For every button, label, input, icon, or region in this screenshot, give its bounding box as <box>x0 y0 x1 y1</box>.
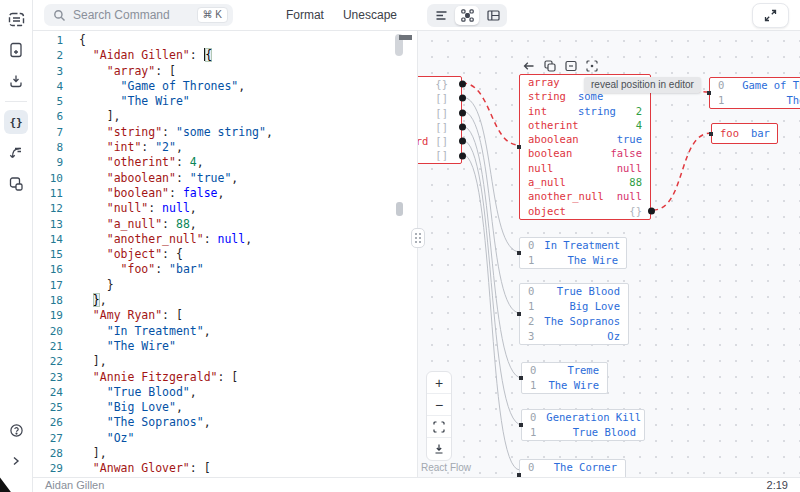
collapse-node-icon[interactable] <box>564 59 577 72</box>
code-line[interactable]: 25 "Big Love", <box>33 400 417 415</box>
aidan-array-node[interactable]: 0Game of Thrones1The Wire <box>709 77 800 109</box>
edge-handle[interactable] <box>459 95 466 102</box>
node-row[interactable]: [] <box>418 120 461 134</box>
node-row[interactable]: 3Oz <box>520 329 628 344</box>
node-row[interactable]: rd[] <box>418 134 461 148</box>
code-line[interactable]: 2 "Aidan Gillen": { <box>33 48 417 63</box>
node-row[interactable]: {} <box>418 77 461 91</box>
code-line[interactable]: 5 "The Wire" <box>33 94 417 109</box>
download-image-button[interactable] <box>427 438 451 460</box>
edge-handle[interactable] <box>648 207 655 214</box>
edge-handle[interactable] <box>459 81 466 88</box>
code-line[interactable]: 17 } <box>33 278 417 293</box>
node-row[interactable]: 0Game of Thrones <box>710 78 800 93</box>
node-row[interactable]: 0Treme <box>522 363 607 378</box>
code-line[interactable]: 10 "aboolean": "true", <box>33 171 417 186</box>
node-row[interactable]: booleanfalse <box>520 146 650 160</box>
node-row[interactable]: otherint4 <box>520 118 650 132</box>
table-view-button[interactable] <box>481 6 505 25</box>
code-line[interactable]: 21 "The Wire" <box>33 339 417 354</box>
download-icon[interactable] <box>4 69 28 93</box>
aidan-gillen-detail-node[interactable]: arraystringsome stringint2otherint4abool… <box>519 74 651 220</box>
node-row[interactable]: [] <box>418 106 461 120</box>
code-line[interactable]: 23 "Annie Fitzgerald": [ <box>33 370 417 385</box>
node-row[interactable]: nullnull <box>520 161 650 175</box>
node-row[interactable]: 1The Wire <box>522 378 607 393</box>
code-line[interactable]: 24 "True Blood", <box>33 385 417 400</box>
zoom-out-button[interactable]: − <box>427 394 451 416</box>
node-row[interactable]: 0True Blood <box>520 284 628 299</box>
foo-bar-node[interactable]: foo bar <box>711 123 778 144</box>
search-command-input[interactable]: Search Command ⌘ K <box>44 4 233 26</box>
node-row[interactable]: 0The Corner <box>520 460 625 475</box>
zoom-in-button[interactable]: + <box>427 372 451 394</box>
node-row[interactable]: foo bar <box>712 124 777 142</box>
code-line[interactable]: 20 "In Treatment", <box>33 324 417 339</box>
edge-handle[interactable] <box>459 109 466 116</box>
text-view-button[interactable] <box>429 6 453 25</box>
root-object-node[interactable]: {}[][][]rd[][] <box>418 76 462 164</box>
code-line[interactable]: 1{ <box>33 33 417 48</box>
node-row[interactable]: abooleantrue <box>520 132 650 146</box>
node-row[interactable]: [] <box>418 148 461 162</box>
panel-resize-handle[interactable] <box>411 228 425 248</box>
amy-ryan-node[interactable]: 0In Treatment1The Wire <box>519 237 627 269</box>
code-line[interactable]: 7 "string": "some string", <box>33 125 417 140</box>
back-icon[interactable] <box>522 59 535 72</box>
copy-icon[interactable] <box>4 172 28 196</box>
fit-view-button[interactable] <box>427 416 451 438</box>
chevron-right-icon[interactable] <box>4 449 28 473</box>
copy-node-icon[interactable] <box>543 59 556 72</box>
code-line[interactable]: 6 ], <box>33 109 417 124</box>
fullscreen-button[interactable] <box>752 3 789 28</box>
alexander-skarsgard-node[interactable]: 0Generation Kill1True Blood <box>521 409 645 441</box>
code-line[interactable]: 15 "object": { <box>33 247 417 262</box>
code-line[interactable]: 18 }, <box>33 293 417 308</box>
code-line[interactable]: 14 "another_null": null, <box>33 232 417 247</box>
annie-fitzgerald-node[interactable]: 0True Blood1Big Love2The Sopranos3Oz <box>519 283 629 345</box>
node-row[interactable]: 0In Treatment <box>520 238 626 253</box>
format-button[interactable]: Format <box>286 8 324 22</box>
code-line[interactable]: 4 "Game of Thrones", <box>33 79 417 94</box>
code-line[interactable]: 9 "otherint": 4, <box>33 155 417 170</box>
node-row[interactable]: 1Big Love <box>520 299 628 314</box>
alice-farmer-node[interactable]: 0The Corner <box>519 459 626 477</box>
code-line[interactable]: 16 "foo": "bar" <box>33 262 417 277</box>
focus-node-icon[interactable] <box>585 59 598 72</box>
node-row[interactable]: 1The Wire <box>710 93 800 108</box>
node-row[interactable]: 2The Sopranos <box>520 314 628 329</box>
edge-handle[interactable] <box>459 124 466 131</box>
node-row[interactable]: another_nullnull <box>520 189 650 203</box>
code-line[interactable]: 22 ], <box>33 354 417 369</box>
app-logo-icon[interactable] <box>4 7 28 31</box>
edge-handle[interactable] <box>459 152 466 159</box>
code-line[interactable]: 8 "int": "2", <box>33 140 417 155</box>
node-row[interactable]: int2 <box>520 104 650 118</box>
code-line[interactable]: 11 "boolean": false, <box>33 186 417 201</box>
help-icon[interactable] <box>4 418 28 442</box>
graph-view-button[interactable] <box>455 6 479 25</box>
code-line[interactable]: 3 "array": [ <box>33 64 417 79</box>
unescape-button[interactable]: Unescape <box>343 8 397 22</box>
graph-canvas[interactable]: {}[][][]rd[][] <box>418 31 800 477</box>
row-key: foo <box>720 124 739 142</box>
node-row[interactable]: object{} <box>520 204 650 218</box>
code-line[interactable]: 29 "Anwan Glover": [ <box>33 461 417 476</box>
node-row[interactable]: 1The Wire <box>520 253 626 268</box>
code-line[interactable]: 19 "Amy Ryan": [ <box>33 308 417 323</box>
code-line[interactable]: 27 "Oz" <box>33 431 417 446</box>
node-row[interactable]: 1True Blood <box>522 425 644 440</box>
code-line[interactable]: 28 ], <box>33 446 417 461</box>
code-line[interactable]: 12 "null": null, <box>33 201 417 216</box>
new-file-icon[interactable] <box>4 38 28 62</box>
node-row[interactable]: 0Generation Kill <box>522 410 644 425</box>
transform-icon[interactable] <box>4 141 28 165</box>
json-code-editor[interactable]: 1{2 "Aidan Gillen": {3 "array": [4 "Game… <box>33 31 418 477</box>
json-editor-icon[interactable]: {} <box>4 110 28 134</box>
code-line[interactable]: 26 "The Sopranos", <box>33 415 417 430</box>
node-row[interactable]: a_null88 <box>520 175 650 189</box>
node-row[interactable]: [] <box>418 91 461 105</box>
edge-handle[interactable] <box>459 138 466 145</box>
anwan-glover-node[interactable]: 0Treme1The Wire <box>521 362 608 394</box>
code-line[interactable]: 13 "a_null": 88, <box>33 217 417 232</box>
